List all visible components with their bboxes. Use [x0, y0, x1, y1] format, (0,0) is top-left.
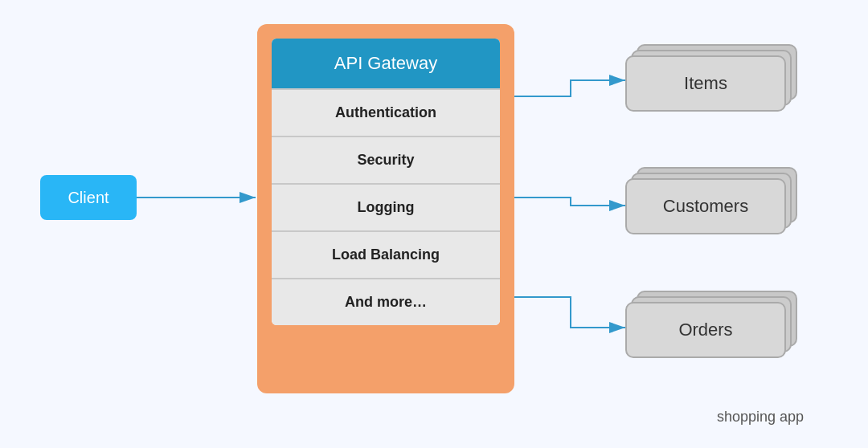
- items-label: Items: [684, 73, 727, 94]
- customers-stack-front: Customers: [625, 178, 786, 234]
- api-gateway-item-more: And more…: [272, 278, 500, 325]
- shopping-app-label: shopping app: [717, 409, 804, 426]
- api-gateway-item-authentication: Authentication: [272, 88, 500, 136]
- orders-group: Orders: [625, 291, 802, 363]
- orders-label: Orders: [678, 320, 732, 340]
- customers-group: Customers: [625, 167, 802, 239]
- items-group: Items: [625, 44, 802, 116]
- orange-container: API Gateway Authentication Security Logg…: [257, 24, 514, 393]
- api-gateway-box: API Gateway Authentication Security Logg…: [272, 39, 500, 325]
- api-gateway-item-security: Security: [272, 136, 500, 183]
- api-gateway-header: API Gateway: [272, 39, 500, 88]
- items-arrow: [514, 80, 625, 96]
- api-gateway-item-logging: Logging: [272, 183, 500, 230]
- orders-stack-front: Orders: [625, 302, 786, 358]
- diagram-container: Client API Gateway Authentication Securi…: [0, 0, 868, 448]
- customers-arrow: [514, 198, 625, 206]
- client-label: Client: [68, 189, 108, 207]
- customers-label: Customers: [663, 196, 748, 217]
- orders-arrow: [514, 297, 625, 328]
- client-box: Client: [40, 175, 137, 220]
- api-gateway-item-load-balancing: Load Balancing: [272, 230, 500, 278]
- items-stack-front: Items: [625, 55, 786, 112]
